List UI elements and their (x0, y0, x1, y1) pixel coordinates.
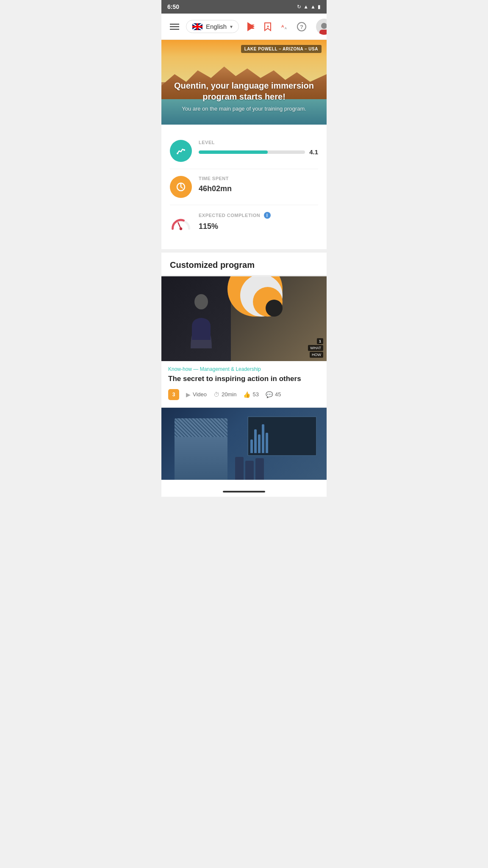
flag-uk-icon (192, 23, 202, 30)
completion-icon (170, 212, 192, 234)
level-icon (175, 145, 187, 157)
card-thumbnail-2 (161, 408, 327, 480)
hamburger-line (170, 24, 179, 25)
section-header: Customized program (161, 253, 327, 275)
audience-2 (245, 461, 254, 480)
gauge-icon (170, 214, 192, 232)
svg-point-18 (194, 294, 208, 309)
hero-subtitle: You are on the main page of your trainin… (170, 106, 318, 112)
svg-point-15 (180, 183, 182, 184)
overlay-what: WHAT (308, 345, 323, 351)
svg-text:A: A (285, 27, 287, 30)
avatar-head (321, 23, 327, 29)
svg-text:?: ? (300, 24, 303, 30)
bar-5 (266, 433, 268, 453)
content-card-1[interactable]: 1 WHAT HOW Know-how — Management & Leade… (161, 276, 327, 407)
location-badge: LAKE POWELL – ARIZONA – USA (241, 45, 322, 53)
hamburger-line (170, 29, 179, 30)
level-label: LEVEL (199, 140, 318, 145)
level-icon-circle (170, 140, 192, 162)
top-nav: English ▾ ★ A A (161, 14, 327, 40)
time-icon-circle (170, 176, 192, 198)
card-likes-1: 👍 53 (243, 391, 258, 398)
chevron-down-icon: ▾ (230, 24, 233, 30)
level-progress-bg (199, 150, 305, 154)
completion-value: 115% (199, 222, 318, 231)
card-type-1: ▶ Video (186, 391, 207, 398)
card-duration-1: ⏱ 20min (214, 391, 236, 398)
bar-2 (254, 429, 257, 453)
status-icons: ↻ ▲ ▲ ▮ (297, 4, 321, 10)
hamburger-line (170, 26, 179, 27)
thumb-person-2 (175, 418, 227, 480)
overlay-number: 1 (317, 338, 323, 344)
avatar-figure (316, 19, 327, 35)
level-progress-row: 4.1 (199, 148, 318, 156)
svg-point-17 (180, 228, 183, 231)
target-circles (255, 289, 310, 344)
level-progress-fill (199, 150, 268, 154)
time-value: 46h02mn (199, 184, 318, 193)
help-icon[interactable]: ? (296, 21, 308, 33)
nav-icons: ★ A A ? (245, 21, 308, 33)
stats-card: LEVEL 4.1 TIME SPENT 46h02mn (161, 125, 327, 249)
hero-text: Quentin, your language immersion program… (161, 80, 327, 112)
overlay-how: HOW (310, 352, 323, 358)
card-badge-1: 3 (168, 389, 179, 400)
home-bar (223, 491, 265, 492)
translate-icon[interactable]: A A (279, 21, 291, 33)
svg-text:★: ★ (266, 25, 269, 28)
sync-icon: ↻ (297, 4, 301, 10)
thumb-shirt (175, 418, 227, 437)
info-icon[interactable]: i (264, 212, 271, 219)
card-thumbnail-1: 1 WHAT HOW (161, 276, 327, 361)
language-selector[interactable]: English ▾ (186, 20, 239, 33)
bottom-home-indicator (161, 487, 327, 497)
card-duration-label-1: 20min (222, 391, 236, 398)
card-title-1: The secret to inspiring action in others (161, 374, 327, 389)
thumb-audience (231, 454, 327, 480)
hero-title: Quentin, your language immersion program… (170, 80, 318, 102)
svg-text:A: A (281, 24, 284, 28)
card-likes-count-1: 53 (252, 391, 258, 398)
time-stat-content: TIME SPENT 46h02mn (199, 176, 318, 193)
card-type-label-1: Video (193, 391, 207, 398)
audience-1 (235, 457, 244, 480)
level-value: 4.1 (309, 148, 318, 156)
clock-icon (175, 181, 187, 193)
completion-label: EXPECTED COMPLETION i (199, 212, 318, 219)
completion-stat-content: EXPECTED COMPLETION i 115% (199, 212, 318, 231)
menu-button[interactable] (167, 21, 182, 32)
card-meta-1: 3 ▶ Video ⏱ 20min 👍 53 💬 45 (161, 389, 327, 400)
card-category-1: Know-how — Management & Leadership (161, 361, 327, 374)
level-stat-content: LEVEL 4.1 (199, 140, 318, 156)
playlist-icon[interactable] (245, 21, 257, 33)
wifi-icon: ▲ (303, 4, 308, 10)
user-avatar-area[interactable]: ▾ (316, 19, 327, 35)
time-label: TIME SPENT (199, 176, 318, 181)
status-bar: 6:50 ↻ ▲ ▲ ▮ (161, 0, 327, 14)
signal-icon: ▲ (311, 4, 316, 10)
svg-point-11 (183, 149, 185, 151)
card-comments-1: 💬 45 (266, 391, 281, 398)
thumb-blue-overlay (161, 408, 327, 480)
thumb-bg-1: 1 WHAT HOW (161, 276, 327, 361)
bar-1 (250, 440, 253, 453)
svg-line-14 (181, 187, 183, 188)
comment-icon: 💬 (266, 391, 273, 398)
bookmark-icon[interactable]: ★ (262, 21, 274, 33)
user-avatar (316, 19, 327, 35)
section-title: Customized program (170, 260, 318, 270)
bar-3 (258, 434, 261, 453)
completion-stat-row: EXPECTED COMPLETION i 115% (170, 205, 318, 241)
play-icon: ▶ (186, 391, 191, 398)
time-spent-stat-row: TIME SPENT 46h02mn (170, 169, 318, 205)
content-card-2[interactable] (161, 408, 327, 487)
status-time: 6:50 (167, 3, 179, 10)
card-comments-count-1: 45 (275, 391, 281, 398)
battery-icon: ▮ (318, 4, 321, 10)
hero-banner: LAKE POWELL – ARIZONA – USA Quentin, you… (161, 40, 327, 125)
thumb-screen-bars (250, 419, 314, 453)
level-stat-row: LEVEL 4.1 (170, 133, 318, 169)
avatar-body (319, 30, 327, 35)
